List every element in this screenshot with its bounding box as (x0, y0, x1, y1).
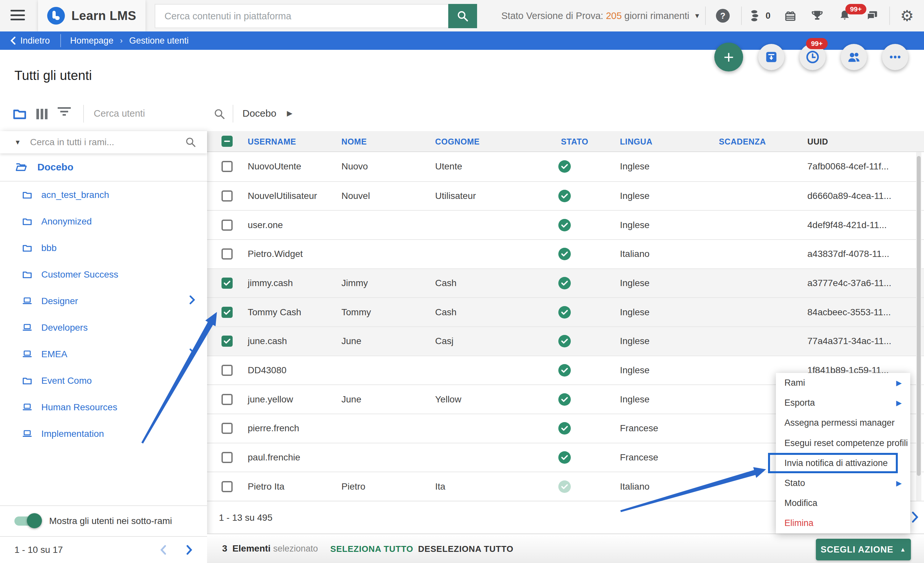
row-checkbox[interactable] (222, 365, 232, 376)
import-users-button[interactable] (758, 44, 784, 70)
sidebar-item-implementation[interactable]: Implementation (0, 420, 207, 447)
status-active-icon (558, 393, 571, 406)
cell-lingua: Inglese (620, 385, 650, 414)
status-active-icon (558, 248, 571, 260)
row-checkbox[interactable] (222, 423, 232, 434)
user-search-icon[interactable] (211, 105, 228, 123)
branch-root[interactable]: Docebo (0, 153, 207, 182)
trial-suffix: giorni rimanenti (624, 11, 689, 21)
row-checkbox-checked[interactable] (222, 278, 232, 289)
submenu-arrow-icon: ▶ (896, 479, 902, 488)
table-pagination-text: 1 - 13 su 495 (219, 512, 272, 523)
menu-item-label: Esporta (784, 398, 815, 408)
leaderboard-button[interactable] (809, 0, 825, 32)
menu-item-esporta[interactable]: Esporta▶ (776, 393, 910, 413)
user-search-input[interactable] (94, 100, 212, 126)
menu-item-esegui-reset-competenze-profili[interactable]: Esegui reset competenze profili (776, 433, 910, 453)
column-header-uuid[interactable]: UUID (807, 131, 828, 152)
subbranch-toggle[interactable] (14, 516, 40, 526)
cell-username: paul.frenchie (248, 443, 300, 472)
table-row[interactable]: NuovoUtenteNuovoUtenteInglese7afb0068-4c… (207, 152, 924, 181)
sidebar-item-acn-test-branch[interactable]: acn_test_branch (0, 182, 207, 208)
menu-item-invia-notifica-di-attivazione[interactable]: Invia notifica di attivazione (776, 453, 910, 473)
row-checkbox-checked[interactable] (222, 307, 232, 318)
sidebar-item-label: Designer (41, 296, 78, 306)
submenu-arrow-icon: ▶ (896, 399, 902, 407)
table-row[interactable]: NouvelUtilisateurNouvelUtilisateurIngles… (207, 181, 924, 210)
columns-view-icon[interactable] (33, 105, 51, 123)
row-checkbox[interactable] (222, 394, 232, 405)
branch-root-label: Docebo (38, 162, 74, 173)
global-search-input[interactable] (154, 4, 448, 28)
chevron-down-icon[interactable]: ▼ (14, 139, 21, 146)
app-logo[interactable]: Learn LMS (38, 0, 146, 32)
messages-button[interactable] (864, 0, 880, 32)
sidebar-item-anonymized[interactable]: Anonymized (0, 208, 207, 235)
select-all-checkbox[interactable] (222, 136, 232, 147)
sidebar-item-human-resources[interactable]: Human Resources (0, 394, 207, 420)
table-row[interactable]: user.oneInglese4def9f48-421d-11... (207, 210, 924, 239)
table-row[interactable]: jimmy.cashJimmyCashInglesea3777e4c-37a6-… (207, 269, 924, 297)
sidebar-item-emea[interactable]: EMEA (0, 341, 207, 367)
column-header-cognome[interactable]: COGNOME (435, 131, 480, 152)
menu-item-rami[interactable]: Rami▶ (776, 373, 910, 393)
table-scrollbar[interactable] (916, 152, 921, 501)
back-label: Indietro (20, 36, 50, 46)
menu-item-stato[interactable]: Stato▶ (776, 473, 910, 493)
row-checkbox[interactable] (222, 452, 232, 463)
column-header-username[interactable]: USERNAME (248, 131, 296, 152)
row-checkbox[interactable] (222, 481, 232, 492)
hamburger-menu-icon[interactable] (10, 10, 25, 22)
table-row[interactable]: Tommy CashTommyCashInglese84acbeec-3553-… (207, 297, 924, 326)
branch-filter-chip[interactable]: Docebo ▶ (243, 100, 292, 126)
menu-item-label: Modifica (784, 498, 818, 508)
branch-next-page-icon[interactable] (186, 545, 193, 558)
table-row[interactable]: Pietro.WidgetItalianoa43837df-4078-11... (207, 239, 924, 269)
sidebar-item-event-como[interactable]: Event Como (0, 367, 207, 394)
select-all-link[interactable]: SELEZIONA TUTTO (330, 544, 413, 554)
add-user-button[interactable]: + (714, 43, 743, 71)
row-checkbox[interactable] (222, 248, 232, 260)
branch-search: ▼ (0, 131, 207, 153)
gamification-points-button[interactable] (748, 0, 762, 32)
row-checkbox-checked[interactable] (222, 336, 232, 347)
cell-lingua: Francese (620, 443, 658, 472)
column-header-lingua[interactable]: LINGUA (620, 131, 652, 152)
global-search-button[interactable] (448, 4, 477, 28)
rewards-button[interactable] (783, 0, 798, 32)
deselect-all-link[interactable]: DESELEZIONA TUTTO (418, 544, 513, 554)
docebo-logo-icon (47, 7, 65, 25)
column-header-nome[interactable]: NOME (341, 131, 367, 152)
sidebar-item-bbb[interactable]: bbb (0, 235, 207, 261)
back-button[interactable]: Indietro (10, 36, 50, 46)
scrollbar-thumb[interactable] (917, 156, 921, 476)
trial-status[interactable]: Stato Versione di Prova: 205 giorni rima… (501, 0, 700, 32)
sidebar-item-designer[interactable]: Designer (0, 288, 207, 314)
status-active-icon (558, 335, 571, 347)
row-checkbox[interactable] (222, 161, 232, 172)
menu-item-modifica[interactable]: Modifica (776, 493, 910, 513)
branch-search-input[interactable] (30, 137, 185, 147)
branch-view-button[interactable] (11, 105, 28, 123)
breadcrumb-homepage[interactable]: Homepage (70, 36, 113, 46)
table-next-page-icon[interactable] (912, 511, 919, 525)
column-header-stato[interactable]: STATO (561, 131, 588, 152)
row-checkbox[interactable] (222, 191, 232, 201)
branch-prev-page-icon[interactable] (160, 545, 166, 558)
search-icon[interactable] (185, 136, 196, 148)
sidebar-item-developers[interactable]: Developers (0, 314, 207, 341)
page-title: Tutti gli utenti (14, 68, 92, 83)
menu-item-elimina[interactable]: Elimina (776, 513, 910, 533)
sidebar-item-customer-success[interactable]: Customer Success (0, 261, 207, 288)
filter-icon[interactable] (56, 105, 73, 123)
table-row[interactable]: june.cashJuneCasjInglese77a4a371-34ac-11… (207, 326, 924, 356)
menu-item-assegna-permessi-manager[interactable]: Assegna permessi manager (776, 413, 910, 433)
more-actions-button[interactable] (882, 44, 908, 70)
choose-action-button[interactable]: SCEGLI AZIONE▲ (816, 539, 911, 560)
help-button[interactable]: ? (716, 0, 730, 32)
column-header-scadenza[interactable]: SCADENZA (719, 131, 766, 152)
manage-groups-button[interactable] (841, 44, 867, 70)
divider (83, 105, 84, 123)
settings-button[interactable]: ⚙ (898, 0, 915, 32)
row-checkbox[interactable] (222, 219, 232, 231)
